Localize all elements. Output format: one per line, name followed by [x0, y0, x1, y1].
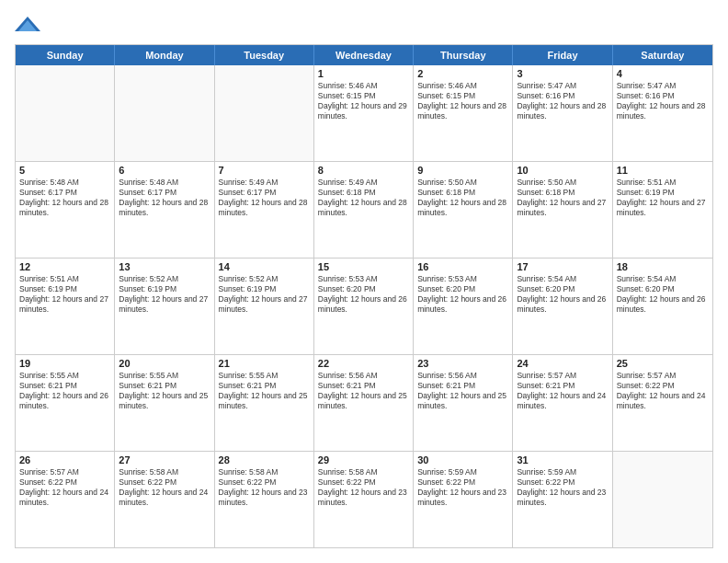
day-number: 26: [19, 454, 110, 465]
week-1: 1Sunrise: 5:46 AMSunset: 6:15 PMDaylight…: [16, 65, 712, 161]
week-2: 5Sunrise: 5:48 AMSunset: 6:17 PMDaylight…: [16, 161, 712, 258]
day-cell: 12Sunrise: 5:51 AMSunset: 6:19 PMDayligh…: [16, 259, 115, 354]
day-number: 8: [318, 165, 409, 176]
day-number: 5: [19, 165, 110, 176]
week-4: 19Sunrise: 5:55 AMSunset: 6:21 PMDayligh…: [16, 354, 712, 451]
day-number: 7: [219, 165, 310, 176]
day-number: 24: [517, 358, 608, 369]
day-header-friday: Friday: [513, 45, 612, 65]
day-cell: 26Sunrise: 5:57 AMSunset: 6:22 PMDayligh…: [16, 452, 115, 547]
header: [15, 15, 713, 35]
day-info: Sunrise: 5:51 AMSunset: 6:19 PMDaylight:…: [19, 274, 110, 315]
day-number: 3: [517, 68, 608, 79]
day-number: 13: [119, 261, 210, 272]
day-info: Sunrise: 5:51 AMSunset: 6:19 PMDaylight:…: [617, 178, 709, 218]
day-info: Sunrise: 5:55 AMSunset: 6:21 PMDaylight:…: [19, 371, 110, 411]
day-cell: [16, 65, 115, 161]
day-info: Sunrise: 5:49 AMSunset: 6:18 PMDaylight:…: [318, 178, 409, 218]
day-number: 21: [219, 358, 310, 369]
day-cell: 25Sunrise: 5:57 AMSunset: 6:22 PMDayligh…: [613, 355, 712, 451]
day-info: Sunrise: 5:47 AMSunset: 6:16 PMDaylight:…: [517, 81, 608, 121]
day-info: Sunrise: 5:50 AMSunset: 6:18 PMDaylight:…: [517, 178, 608, 218]
day-number: 9: [417, 165, 508, 176]
day-header-sunday: Sunday: [16, 45, 115, 65]
day-number: 4: [617, 68, 709, 79]
day-number: 23: [417, 358, 508, 369]
day-number: 31: [517, 454, 608, 465]
day-info: Sunrise: 5:52 AMSunset: 6:19 PMDaylight:…: [119, 274, 210, 315]
day-info: Sunrise: 5:58 AMSunset: 6:22 PMDaylight:…: [219, 467, 310, 508]
day-info: Sunrise: 5:50 AMSunset: 6:18 PMDaylight:…: [417, 178, 508, 218]
day-info: Sunrise: 5:48 AMSunset: 6:17 PMDaylight:…: [19, 178, 110, 218]
day-cell: 23Sunrise: 5:56 AMSunset: 6:21 PMDayligh…: [414, 355, 513, 451]
day-cell: 1Sunrise: 5:46 AMSunset: 6:15 PMDaylight…: [314, 65, 414, 161]
week-3: 12Sunrise: 5:51 AMSunset: 6:19 PMDayligh…: [16, 258, 712, 354]
day-cell: [115, 65, 214, 161]
day-header-saturday: Saturday: [613, 45, 712, 65]
day-info: Sunrise: 5:57 AMSunset: 6:22 PMDaylight:…: [19, 467, 110, 508]
weeks: 1Sunrise: 5:46 AMSunset: 6:15 PMDaylight…: [16, 65, 712, 547]
day-header-thursday: Thursday: [414, 45, 513, 65]
day-cell: 31Sunrise: 5:59 AMSunset: 6:22 PMDayligh…: [513, 452, 612, 547]
day-info: Sunrise: 5:57 AMSunset: 6:22 PMDaylight:…: [617, 371, 709, 411]
day-cell: 11Sunrise: 5:51 AMSunset: 6:19 PMDayligh…: [613, 162, 712, 258]
day-number: 12: [19, 261, 110, 272]
day-number: 15: [318, 261, 409, 272]
day-number: 27: [119, 454, 210, 465]
day-info: Sunrise: 5:53 AMSunset: 6:20 PMDaylight:…: [417, 274, 508, 315]
day-number: 22: [318, 358, 409, 369]
day-header-tuesday: Tuesday: [215, 45, 314, 65]
day-headers: SundayMondayTuesdayWednesdayThursdayFrid…: [16, 45, 712, 65]
day-number: 2: [417, 68, 508, 79]
day-number: 25: [617, 358, 709, 369]
calendar: SundayMondayTuesdayWednesdayThursdayFrid…: [15, 44, 713, 548]
day-header-wednesday: Wednesday: [314, 45, 414, 65]
day-cell: 28Sunrise: 5:58 AMSunset: 6:22 PMDayligh…: [215, 452, 314, 547]
day-cell: 14Sunrise: 5:52 AMSunset: 6:19 PMDayligh…: [215, 259, 314, 354]
day-cell: 20Sunrise: 5:55 AMSunset: 6:21 PMDayligh…: [115, 355, 214, 451]
day-cell: 19Sunrise: 5:55 AMSunset: 6:21 PMDayligh…: [16, 355, 115, 451]
day-number: 17: [517, 261, 608, 272]
page: SundayMondayTuesdayWednesdayThursdayFrid…: [0, 0, 728, 563]
day-cell: 7Sunrise: 5:49 AMSunset: 6:17 PMDaylight…: [215, 162, 314, 258]
day-number: 29: [318, 454, 409, 465]
day-cell: 5Sunrise: 5:48 AMSunset: 6:17 PMDaylight…: [16, 162, 115, 258]
day-cell: 30Sunrise: 5:59 AMSunset: 6:22 PMDayligh…: [414, 452, 513, 547]
day-number: 1: [318, 68, 409, 79]
day-number: 19: [19, 358, 110, 369]
day-cell: [613, 452, 712, 547]
day-number: 10: [517, 165, 608, 176]
day-info: Sunrise: 5:57 AMSunset: 6:21 PMDaylight:…: [517, 371, 608, 411]
day-info: Sunrise: 5:56 AMSunset: 6:21 PMDaylight:…: [417, 371, 508, 411]
day-info: Sunrise: 5:59 AMSunset: 6:22 PMDaylight:…: [517, 467, 608, 508]
day-info: Sunrise: 5:55 AMSunset: 6:21 PMDaylight:…: [219, 371, 310, 411]
day-number: 16: [417, 261, 508, 272]
day-cell: 21Sunrise: 5:55 AMSunset: 6:21 PMDayligh…: [215, 355, 314, 451]
day-cell: 29Sunrise: 5:58 AMSunset: 6:22 PMDayligh…: [314, 452, 414, 547]
day-info: Sunrise: 5:49 AMSunset: 6:17 PMDaylight:…: [219, 178, 310, 218]
day-cell: 22Sunrise: 5:56 AMSunset: 6:21 PMDayligh…: [314, 355, 414, 451]
day-cell: 17Sunrise: 5:54 AMSunset: 6:20 PMDayligh…: [513, 259, 612, 354]
day-number: 6: [119, 165, 210, 176]
day-cell: [215, 65, 314, 161]
day-info: Sunrise: 5:55 AMSunset: 6:21 PMDaylight:…: [119, 371, 210, 411]
day-info: Sunrise: 5:56 AMSunset: 6:21 PMDaylight:…: [318, 371, 409, 411]
day-info: Sunrise: 5:46 AMSunset: 6:15 PMDaylight:…: [417, 81, 508, 121]
day-cell: 9Sunrise: 5:50 AMSunset: 6:18 PMDaylight…: [414, 162, 513, 258]
day-header-monday: Monday: [115, 45, 214, 65]
day-number: 20: [119, 358, 210, 369]
day-info: Sunrise: 5:47 AMSunset: 6:16 PMDaylight:…: [617, 81, 709, 121]
day-number: 11: [617, 165, 709, 176]
day-number: 18: [617, 261, 709, 272]
day-cell: 10Sunrise: 5:50 AMSunset: 6:18 PMDayligh…: [513, 162, 612, 258]
day-info: Sunrise: 5:54 AMSunset: 6:20 PMDaylight:…: [617, 274, 709, 315]
day-cell: 18Sunrise: 5:54 AMSunset: 6:20 PMDayligh…: [613, 259, 712, 354]
day-number: 28: [219, 454, 310, 465]
day-cell: 6Sunrise: 5:48 AMSunset: 6:17 PMDaylight…: [115, 162, 214, 258]
day-info: Sunrise: 5:54 AMSunset: 6:20 PMDaylight:…: [517, 274, 608, 315]
day-cell: 24Sunrise: 5:57 AMSunset: 6:21 PMDayligh…: [513, 355, 612, 451]
week-5: 26Sunrise: 5:57 AMSunset: 6:22 PMDayligh…: [16, 451, 712, 547]
day-info: Sunrise: 5:59 AMSunset: 6:22 PMDaylight:…: [417, 467, 508, 508]
day-cell: 15Sunrise: 5:53 AMSunset: 6:20 PMDayligh…: [314, 259, 414, 354]
day-cell: 8Sunrise: 5:49 AMSunset: 6:18 PMDaylight…: [314, 162, 414, 258]
